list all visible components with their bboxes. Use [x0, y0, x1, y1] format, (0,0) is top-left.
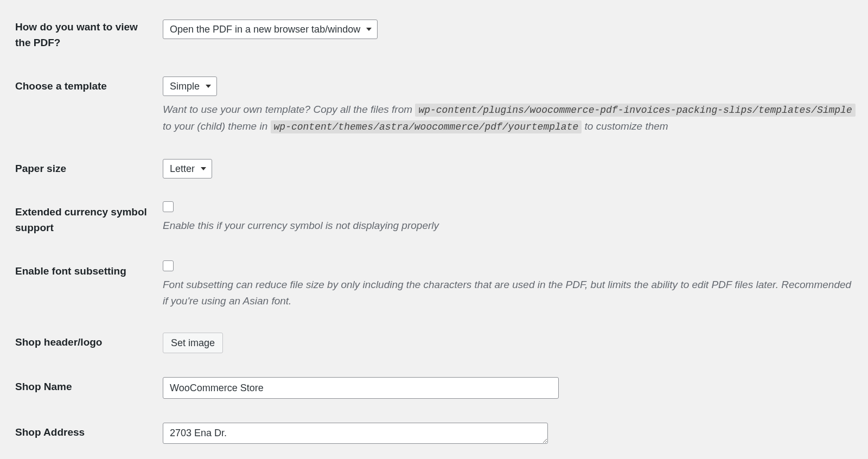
settings-form-table: How do you want to view the PDF? Open th…: [0, 0, 868, 459]
shop-name-label: Shop Name: [0, 365, 163, 411]
font-subsetting-label: Enable font subsetting: [0, 250, 163, 321]
paper-size-label: Paper size: [0, 147, 163, 191]
currency-support-checkbox[interactable]: [163, 201, 174, 212]
paper-size-select[interactable]: Letter: [163, 159, 212, 178]
currency-support-description: Enable this if your currency symbol is n…: [163, 218, 857, 233]
font-subsetting-checkbox[interactable]: [163, 260, 174, 271]
template-code-path-2: wp-content/themes/astra/woocommerce/pdf/…: [271, 120, 582, 133]
template-select[interactable]: Simple: [163, 76, 217, 96]
shop-logo-label: Shop header/logo: [0, 321, 163, 365]
template-label: Choose a template: [0, 65, 163, 147]
template-code-path-1: wp-content/plugins/woocommerce-pdf-invoi…: [415, 104, 855, 117]
shop-name-input[interactable]: [163, 377, 559, 399]
template-description: Want to use your own template? Copy all …: [163, 101, 857, 135]
currency-support-label: Extended currency symbol support: [0, 190, 163, 250]
font-subsetting-description: Font subsetting can reduce file size by …: [163, 277, 857, 309]
view-pdf-select[interactable]: Open the PDF in a new browser tab/window: [163, 20, 378, 39]
shop-address-textarea[interactable]: [163, 423, 548, 444]
set-image-button[interactable]: Set image: [163, 333, 223, 353]
view-pdf-label: How do you want to view the PDF?: [0, 0, 163, 65]
shop-address-label: Shop Address: [0, 411, 163, 459]
